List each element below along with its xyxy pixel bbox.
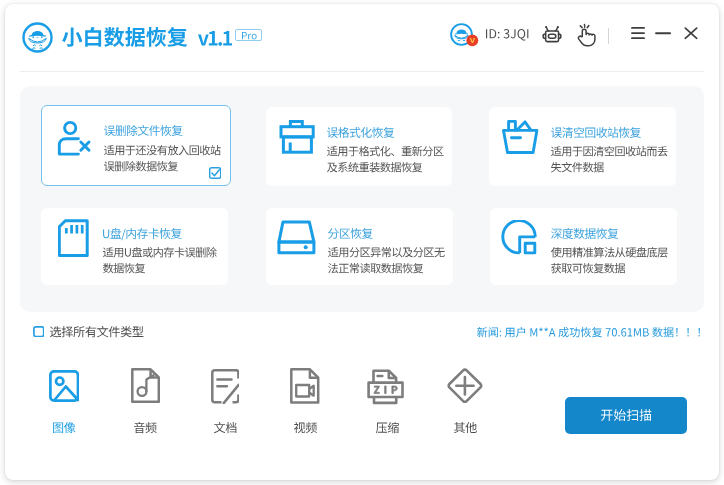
svg-text:V: V (470, 36, 476, 45)
